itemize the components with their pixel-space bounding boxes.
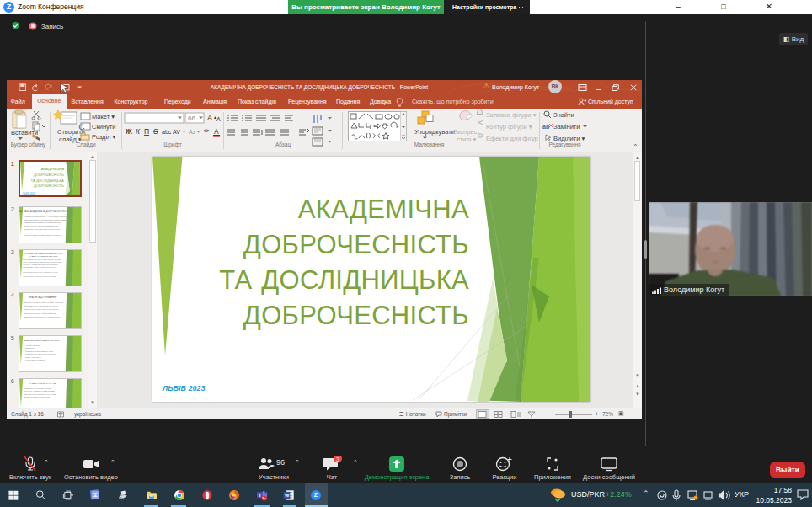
svg-text:Аз: Аз (189, 129, 195, 135)
svg-text:ЩО ТАКЕ АКАДЕМІЧНА ДОБРОЧЕСНІС: ЩО ТАКЕ АКАДЕМІЧНА ДОБРОЧЕСНІСТЬ? (19, 210, 67, 213)
svg-text:ТА ДОСЛІДНИЦЬКА: ТА ДОСЛІДНИЦЬКА (31, 179, 65, 183)
svg-text:ВИДИ ПОРУШЕНЬ ДОБРОЧЕСНОСТІ: ВИДИ ПОРУШЕНЬ ДОБРОЧЕСНОСТІ (24, 339, 60, 342)
svg-text:Розділ ▾: Розділ ▾ (92, 133, 116, 141)
svg-text:АКАДЕМІЧНОЇ ДОБРОЧЕСНОСТІ: АКАДЕМІЧНОЇ ДОБРОЧЕСНОСТІ (28, 255, 58, 257)
svg-text:ЗАКОНОДАВЧЕ ПІДГРУНТЯ ДОТРИМАН: ЗАКОНОДАВЧЕ ПІДГРУНТЯ ДОТРИМАННЯ (24, 253, 62, 254)
svg-text:Виділити ▾: Виділити ▾ (553, 135, 585, 142)
svg-text:освітній процес та наукову дія: освітній процес та наукову діяльність ус… (23, 275, 56, 277)
svg-text:S: S (153, 127, 158, 136)
svg-text:Скинути: Скинути (92, 123, 115, 131)
svg-text:■ Забезпечення якості освіти і: ■ Забезпечення якості освіти і наукових … (24, 302, 63, 303)
svg-text:П: П (144, 127, 149, 136)
svg-text:▾: ▾ (197, 129, 200, 134)
svg-text:ab: ab (542, 124, 549, 130)
svg-text:3: 3 (336, 456, 339, 463)
svg-text:■ Запобігання плагіату та фаль: ■ Запобігання плагіату та фальсифікаціям (24, 312, 56, 314)
svg-text:■ Оприлюднення наукових (творч: ■ Оприлюднення наукових (творчих) (24, 387, 52, 389)
svg-text:авторів без зазначення авторст: авторів без зазначення авторства (24, 396, 51, 398)
svg-text:■ Відтворення опублікованих те: ■ Відтворення опублікованих текстів інши… (24, 393, 56, 395)
svg-text:Замінити: Замінити (553, 123, 580, 131)
svg-text:стилі ▾: стилі ▾ (457, 136, 477, 143)
svg-text:Упорядкувати: Упорядкувати (414, 128, 455, 136)
svg-text:провадження наукової (творчої): провадження наукової (творчої) діяльност… (24, 228, 61, 230)
svg-text:A: A (207, 114, 212, 122)
svg-text:▾: ▾ (183, 129, 185, 134)
svg-text:Академічна доброчесність — це: Академічна доброчесність — це сукупність… (24, 216, 67, 217)
svg-text:✓ Списування під час контрольн: ✓ Списування під час контрольних заходів (24, 353, 56, 355)
svg-text:ДОБРОЧЕСНІСТЬ: ДОБРОЧЕСНІСТЬ (34, 184, 64, 188)
svg-text:Ж: Ж (125, 127, 132, 136)
svg-text:Заливка фігури ▾: Заливка фігури ▾ (486, 111, 537, 119)
svg-text:9+: 9+ (262, 496, 266, 500)
svg-text:навчання та/або наукових (твор: навчання та/або наукових (творчих) досяг… (24, 234, 63, 236)
svg-text:✓ Фабрикація та фальсифікація: ✓ Фабрикація та фальсифікація даних (24, 350, 53, 352)
svg-text:АКАДЕМІЧНА: АКАДЕМІЧНА (41, 167, 64, 171)
svg-text:✓ Академічний плагіат: ✓ Академічний плагіат (24, 344, 41, 346)
svg-text:якими мають керуватися учасник: якими мають керуватися учасники освітньо… (24, 221, 62, 223)
svg-text:ДОБРОЧЕСНІСТЬ: ДОБРОЧЕСНІСТЬ (34, 173, 64, 177)
svg-text:Знайти: Знайти (553, 111, 574, 119)
svg-text:А: А (214, 127, 219, 136)
svg-text:Ефекти для фігур ▾: Ефекти для фігур ▾ (486, 135, 539, 142)
svg-text:■ Підвищення довіри до результ: ■ Підвищення довіри до результатів навча… (24, 308, 59, 310)
svg-text:Макет ▾: Макет ▾ (92, 113, 115, 120)
svg-text:✏: ✏ (204, 127, 210, 135)
svg-text:■ Формування культури академіч: ■ Формування культури академічної чеснос… (24, 305, 59, 307)
svg-text:96: 96 (276, 458, 285, 467)
svg-text:abc: abc (162, 129, 172, 135)
svg-text:ЛЬВІВ 2023: ЛЬВІВ 2023 (22, 192, 36, 195)
svg-text:Експрес-: Експрес- (453, 128, 479, 136)
svg-text:W: W (285, 493, 290, 498)
svg-text:✓ Самоплагіат: ✓ Самоплагіат (24, 347, 35, 349)
svg-text:АКАДЕМІЧНИЙ ПЛАГІАТ — ЦЕ...: АКАДЕМІЧНИЙ ПЛАГІАТ — ЦЕ... (29, 382, 58, 384)
svg-text:■ Виховання відповідальності у: ■ Виховання відповідальності учасників п… (24, 316, 61, 318)
svg-text:✓ Необ'єктивне оцінювання: ✓ Необ'єктивне оцінювання (24, 360, 45, 361)
svg-text:A: A (216, 116, 221, 122)
svg-text:AV: AV (173, 129, 180, 135)
svg-text:метою забезпечення довіри до р: метою забезпечення довіри до результатів (24, 231, 60, 232)
svg-text:слайд ▾: слайд ▾ (59, 136, 82, 143)
svg-text:Контур фігури ▾: Контур фігури ▾ (486, 123, 532, 131)
svg-text:66: 66 (188, 115, 195, 122)
svg-text:К: К (136, 127, 141, 136)
svg-text:Z: Z (314, 492, 318, 498)
